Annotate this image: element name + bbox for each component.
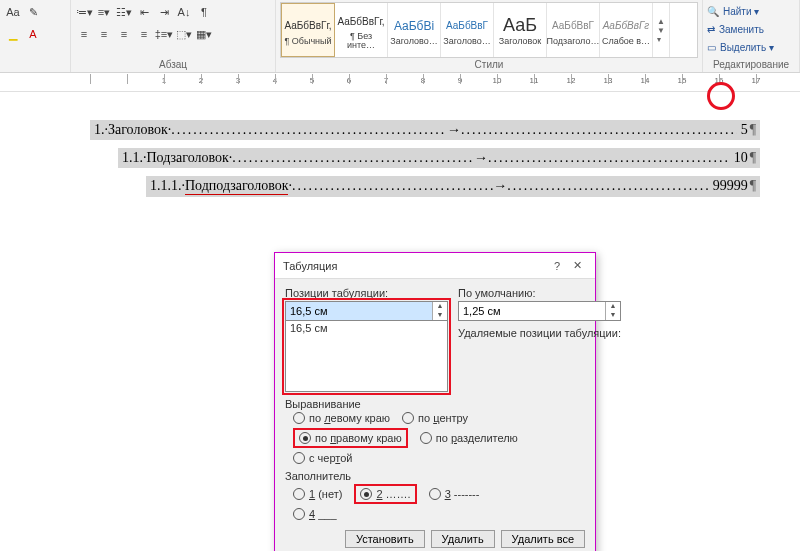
annotation-circle xyxy=(707,82,735,110)
alignment-group: по левому краю по центру по правому краю… xyxy=(285,412,585,464)
annotation-box: 2 ……. xyxy=(354,484,416,504)
toc-line[interactable]: 1.1.1.·Подподзаголовок·.................… xyxy=(146,176,760,197)
clear-format-icon[interactable]: ✎ xyxy=(24,3,42,21)
bullets-icon[interactable]: ≔▾ xyxy=(75,3,93,21)
toc-line[interactable]: 1.1.·Подзаголовок·......................… xyxy=(118,148,760,168)
spin-up-icon[interactable]: ▲ xyxy=(433,302,447,311)
leader-group: 1 (нет) 2 ……. 3 ------- 4 ___ xyxy=(285,484,585,520)
search-icon: 🔍 xyxy=(707,6,719,17)
clear-button[interactable]: Удалить xyxy=(431,530,495,548)
paragraph-label: Абзац xyxy=(75,59,271,72)
leader-underline-radio[interactable]: 4 ___ xyxy=(293,508,585,520)
set-button[interactable]: Установить xyxy=(345,530,425,548)
styles-group: АаБбВвГг,¶ ОбычныйАаБбВвГг,¶ Без инте…Аа… xyxy=(276,0,703,72)
leader-none-radio[interactable]: 1 (нет) xyxy=(293,484,342,504)
select-button[interactable]: ▭Выделить ▾ xyxy=(707,38,795,56)
clear-all-button[interactable]: Удалить все xyxy=(501,530,585,548)
multilevel-icon[interactable]: ☷▾ xyxy=(115,3,133,21)
horizontal-ruler[interactable]: 1234567891011121314151617 xyxy=(0,73,800,92)
align-left-icon[interactable]: ≡ xyxy=(75,25,93,43)
spin-up-icon[interactable]: ▲ xyxy=(606,302,620,311)
style-item[interactable]: АаБбВвГг,¶ Без инте… xyxy=(335,3,388,57)
styles-gallery[interactable]: АаБбВвГг,¶ ОбычныйАаБбВвГг,¶ Без инте…Аа… xyxy=(280,2,698,58)
tab-positions-list[interactable]: 16,5 см xyxy=(285,320,448,392)
align-right-radio[interactable]: по правому краю xyxy=(299,432,402,444)
align-bar-radio[interactable]: с чертой xyxy=(293,452,352,464)
leader-label: Заполнитель xyxy=(285,470,585,482)
alignment-label: Выравнивание xyxy=(285,398,585,410)
justify-icon[interactable]: ≡ xyxy=(135,25,153,43)
dialog-title: Табуляция xyxy=(283,260,547,272)
document-area[interactable]: 1.·Заголовок·...........................… xyxy=(90,120,760,205)
editing-group: 🔍Найти ▾ ⇄Заменить ▭Выделить ▾ Редактиро… xyxy=(703,0,800,72)
align-decimal-radio[interactable]: по разделителю xyxy=(420,428,518,448)
styles-label: Стили xyxy=(280,59,698,72)
spin-down-icon[interactable]: ▼ xyxy=(433,311,447,320)
show-marks-icon[interactable]: ¶ xyxy=(195,3,213,21)
find-button[interactable]: 🔍Найти ▾ xyxy=(707,2,795,20)
leader-dash-radio[interactable]: 3 ------- xyxy=(429,484,480,504)
align-right-icon[interactable]: ≡ xyxy=(115,25,133,43)
tabs-dialog: Табуляция ? ✕ Позиции табуляции: ▲▼ 16,5… xyxy=(274,252,596,551)
dialog-titlebar[interactable]: Табуляция ? ✕ xyxy=(275,253,595,279)
editing-label: Редактирование xyxy=(707,59,795,72)
numbering-icon[interactable]: ≡▾ xyxy=(95,3,113,21)
font-color-icon[interactable]: A xyxy=(24,25,42,43)
close-button[interactable]: ✕ xyxy=(567,259,587,272)
highlight-icon[interactable]: ▁ xyxy=(4,25,22,43)
line-spacing-icon[interactable]: ‡≡▾ xyxy=(155,25,173,43)
toc-line[interactable]: 1.·Заголовок·...........................… xyxy=(90,120,760,140)
styles-more-button[interactable]: ▲▼▾ xyxy=(653,3,670,57)
outdent-icon[interactable]: ⇤ xyxy=(135,3,153,21)
spin-down-icon[interactable]: ▼ xyxy=(606,311,620,320)
help-button[interactable]: ? xyxy=(547,260,567,272)
annotation-box: по правому краю xyxy=(293,428,408,448)
default-tab-input[interactable]: ▲▼ xyxy=(458,301,621,321)
style-item[interactable]: АаБбВвГг,¶ Обычный xyxy=(281,3,335,57)
leader-dots-radio[interactable]: 2 ……. xyxy=(360,488,410,500)
align-center-radio[interactable]: по центру xyxy=(402,412,468,424)
list-item[interactable]: 16,5 см xyxy=(286,321,447,335)
sort-icon[interactable]: A↓ xyxy=(175,3,193,21)
style-item[interactable]: АаБбВвГЗаголово… xyxy=(441,3,494,57)
style-item[interactable]: АаБЗаголовок xyxy=(494,3,547,57)
indent-icon[interactable]: ⇥ xyxy=(155,3,173,21)
font-size-up[interactable]: Aa xyxy=(4,3,22,21)
shading-icon[interactable]: ⬚▾ xyxy=(175,25,193,43)
align-center-icon[interactable]: ≡ xyxy=(95,25,113,43)
tab-position-input[interactable]: ▲▼ xyxy=(285,301,448,321)
font-group-fragment: Aa ✎ ▁ A xyxy=(0,0,71,72)
style-item[interactable]: АаБбВіЗаголово… xyxy=(388,3,441,57)
cursor-icon: ▭ xyxy=(707,42,716,53)
replace-icon: ⇄ xyxy=(707,24,715,35)
borders-icon[interactable]: ▦▾ xyxy=(195,25,213,43)
paragraph-group: ≔▾ ≡▾ ☷▾ ⇤ ⇥ A↓ ¶ ≡ ≡ ≡ ≡ ‡≡▾ ⬚▾ ▦▾ Абза… xyxy=(71,0,276,72)
cleared-tabs-label: Удаляемые позиции табуляции: xyxy=(458,327,621,339)
style-item[interactable]: АаБбВвГгСлабое в… xyxy=(600,3,653,57)
ribbon: Aa ✎ ▁ A ≔▾ ≡▾ ☷▾ ⇤ ⇥ A↓ ¶ ≡ ≡ ≡ ≡ ‡≡▾ ⬚… xyxy=(0,0,800,73)
style-item[interactable]: АаБбВвГПодзаголо… xyxy=(547,3,600,57)
default-tab-label: По умолчанию: xyxy=(458,287,621,299)
replace-button[interactable]: ⇄Заменить xyxy=(707,20,795,38)
align-left-radio[interactable]: по левому краю xyxy=(293,412,390,424)
